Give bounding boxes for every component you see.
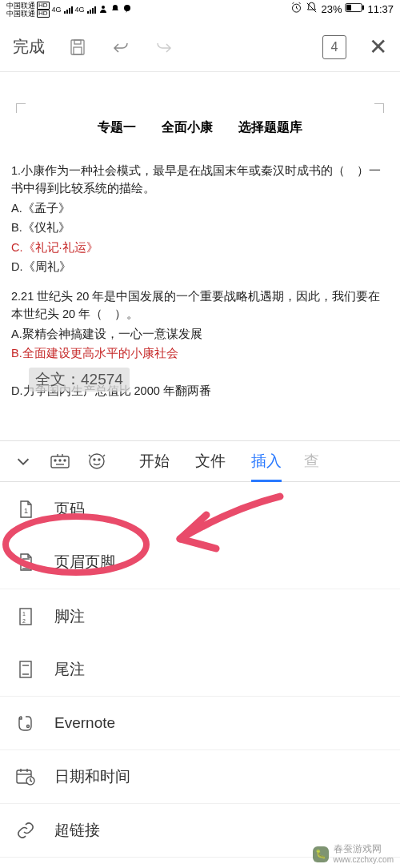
page-number-icon: 1 [14, 498, 37, 520]
done-button[interactable]: 完成 [13, 36, 45, 58]
link-icon [14, 819, 37, 842]
status-bar: 中国联通 HD 中国联通 HD 4G 4G 23% 11:37 [0, 0, 400, 22]
svg-point-1 [124, 5, 130, 11]
svg-point-18 [98, 459, 100, 460]
watermark: 🐛 春蚕游戏网www.czchxy.com [313, 844, 394, 865]
insert-menu: 1 页码 页眉页脚 12 脚注 尾注 Evernote 日期和时间 超链接 [0, 482, 400, 858]
word-count-overlay: 全文：42574 [29, 368, 130, 392]
clock: 11:37 [367, 3, 394, 15]
person-icon [98, 4, 108, 16]
redo-icon[interactable] [154, 37, 174, 58]
page-number-button[interactable]: 4 [322, 35, 346, 59]
collapse-icon[interactable] [5, 452, 42, 470]
assistant-icon[interactable] [78, 452, 115, 471]
save-icon[interactable] [67, 37, 88, 58]
signal-icon [64, 6, 73, 14]
watermark-logo-icon: 🐛 [313, 846, 329, 862]
undo-icon[interactable] [110, 37, 131, 58]
menu-endnote[interactable]: 尾注 [0, 643, 400, 697]
battery-pct: 23% [321, 3, 342, 15]
tab-peek[interactable]: 查 [304, 451, 319, 472]
mute-icon [306, 2, 318, 16]
net-type-2: 4G [75, 6, 85, 14]
footnote-icon: 12 [14, 605, 37, 628]
svg-point-16 [90, 454, 104, 468]
keyboard-icon[interactable] [42, 452, 78, 470]
bottom-panel: 开始 文件 插入 查 1 页码 页眉页脚 12 脚注 尾注 Evernote 日… [0, 440, 400, 868]
endnote-icon [14, 658, 37, 681]
top-toolbar: 完成 4 ✕ [0, 22, 400, 72]
svg-rect-8 [74, 47, 82, 54]
signal-icon-2 [87, 6, 96, 14]
svg-rect-9 [51, 456, 69, 468]
svg-rect-4 [363, 6, 365, 10]
svg-rect-25 [20, 661, 31, 677]
carrier-1: 中国联通 [6, 2, 35, 10]
menu-datetime[interactable]: 日期和时间 [0, 750, 400, 804]
svg-rect-5 [347, 5, 351, 10]
panel-tabs: 开始 文件 插入 查 [0, 440, 400, 482]
svg-point-17 [94, 459, 95, 460]
svg-point-10 [54, 460, 56, 461]
header-footer-icon [14, 551, 37, 573]
svg-point-28 [27, 725, 30, 728]
hd-badge: HD [37, 2, 50, 10]
tab-start[interactable]: 开始 [139, 451, 170, 472]
menu-evernote[interactable]: Evernote [0, 697, 400, 750]
crop-mark-icon [374, 103, 384, 113]
doc-title: 专题一 全面小康 选择题题库 [11, 119, 389, 136]
tab-insert[interactable]: 插入 [251, 451, 282, 472]
menu-footnote[interactable]: 12 脚注 [0, 589, 400, 643]
svg-text:1: 1 [22, 611, 26, 617]
alarm-icon [290, 2, 302, 16]
menu-page-number[interactable]: 1 页码 [0, 482, 400, 536]
close-icon[interactable]: ✕ [369, 34, 387, 60]
bell-icon [110, 4, 120, 16]
doc-body[interactable]: 1.小康作为一种社会模式，最早是在战国末年或秦汉时成书的（ ）一书中得到比较系统… [11, 162, 389, 400]
carrier-2: 中国联通 [6, 10, 35, 18]
chat-icon [122, 4, 132, 16]
svg-text:1: 1 [24, 507, 28, 515]
svg-point-12 [64, 460, 66, 461]
battery-icon [345, 2, 364, 15]
hd-badge: HD [37, 10, 50, 18]
menu-header-footer[interactable]: 页眉页脚 [0, 536, 400, 589]
crop-mark-icon [16, 103, 26, 113]
document-area[interactable]: 专题一 全面小康 选择题题库 1.小康作为一种社会模式，最早是在战国末年或秦汉时… [0, 72, 400, 440]
datetime-icon [14, 766, 37, 788]
svg-text:2: 2 [22, 618, 26, 624]
svg-rect-7 [74, 40, 81, 44]
tab-file[interactable]: 文件 [195, 451, 226, 472]
svg-point-11 [59, 460, 61, 461]
evernote-icon [14, 712, 37, 734]
svg-point-0 [102, 6, 105, 9]
net-type: 4G [52, 6, 62, 14]
